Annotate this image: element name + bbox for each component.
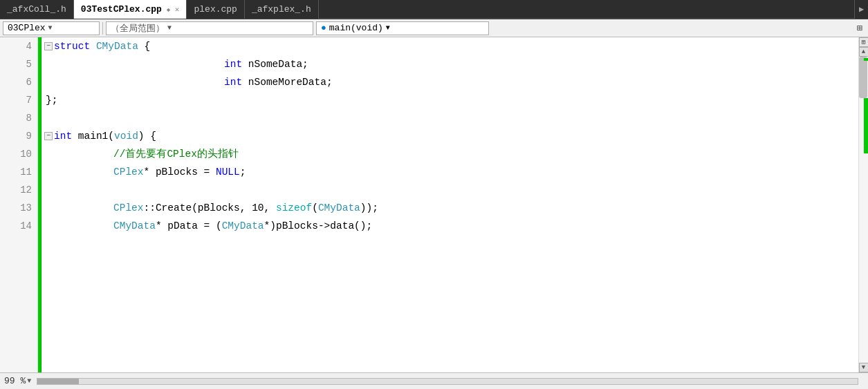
close-icon[interactable]: ✕: [175, 5, 180, 14]
line-num-7: 7: [0, 91, 37, 109]
code-line-5: int nSomeData;: [44, 55, 858, 73]
line-numbers: 4 5 6 7 8 9 10 11 12 13 14: [0, 37, 38, 372]
line-num-9: 9: [0, 127, 37, 145]
code-line-14: CMyData* pData = (CMyData*)pBlocks->data…: [44, 217, 858, 235]
type-cmydata-14: CMyData: [113, 217, 156, 235]
kw-int-9: int: [54, 127, 72, 145]
fold-9[interactable]: −: [44, 132, 53, 140]
line-num-10: 10: [0, 145, 37, 163]
scroll-up-button[interactable]: ▲: [859, 47, 869, 57]
code-line-10: //首先要有CPlex的头指针: [44, 145, 858, 163]
tab-testcplex[interactable]: 03TestCPlex.cpp ⬥ ✕: [74, 0, 187, 19]
comment-10: //首先要有CPlex的头指针: [113, 145, 239, 163]
type-void: void: [114, 127, 138, 145]
toolbar-separator-1: [102, 22, 103, 35]
function-dropdown[interactable]: ● main(void) ▼: [316, 21, 489, 35]
function-icon: ●: [321, 23, 326, 33]
class-dropdown[interactable]: 03CPlex ▼: [3, 21, 100, 35]
line-num-12: 12: [0, 181, 37, 199]
tab-plex[interactable]: plex.cpp: [187, 0, 244, 19]
code-line-12: [44, 181, 858, 199]
tab-scroll-arrow[interactable]: ▶: [854, 0, 868, 19]
zoom-control[interactable]: 99 % ▼: [4, 376, 31, 386]
kw-sizeof: sizeof: [276, 199, 312, 217]
scroll-marker-1: [864, 58, 868, 61]
scrollbar-thumb[interactable]: [859, 57, 867, 98]
kw-struct: struct: [54, 37, 90, 55]
split-view-icon[interactable]: ⊞: [859, 37, 869, 47]
brace-close-7: };: [46, 91, 57, 109]
type-cplex-13: CPlex: [113, 199, 144, 217]
toolbar: 03CPlex ▼ （全局范围） ▼ ● main(void) ▼ ⊞: [0, 19, 868, 37]
code-line-9: −int main1(void) {: [44, 127, 858, 145]
horizontal-scrollbar-thumb[interactable]: [37, 379, 79, 384]
tab-modified-icon: ⬥: [166, 6, 171, 14]
code-line-13: CPlex::Create(pBlocks, 10, sizeof(CMyDat…: [44, 199, 858, 217]
tab-empty-area: [319, 0, 854, 19]
scrollbar-track[interactable]: [859, 57, 868, 363]
scroll-marker-2: [864, 98, 868, 153]
horizontal-scrollbar[interactable]: [37, 378, 858, 385]
code-line-6: int nSomeMoreData;: [44, 73, 858, 91]
line-num-6: 6: [0, 73, 37, 91]
line-num-13: 13: [0, 199, 37, 217]
tab-bar: _afxColl_.h 03TestCPlex.cpp ⬥ ✕ plex.cpp…: [0, 0, 868, 19]
scope-dropdown-label: （全局范围）: [111, 22, 165, 35]
type-cmydata-cast: CMyData: [222, 217, 264, 235]
line-num-5: 5: [0, 55, 37, 73]
line-num-11: 11: [0, 163, 37, 181]
scope-dropdown-arrow: ▼: [167, 24, 172, 32]
tab-afxplex[interactable]: _afxplex_.h: [245, 0, 319, 19]
tab-afxcoll[interactable]: _afxColl_.h: [0, 0, 74, 19]
code-area: 4 5 6 7 8 9 10 11 12 13 14 −struct CMyDa…: [0, 37, 868, 372]
class-dropdown-arrow: ▼: [48, 24, 53, 32]
code-line-7: };: [44, 91, 858, 109]
type-cmydata: CMyData: [96, 37, 138, 55]
code-content[interactable]: −struct CMyData { int nSomeData; int nSo…: [41, 37, 858, 372]
type-cmydata-13: CMyData: [318, 199, 360, 217]
toolbar-right: ⊞: [857, 22, 865, 34]
code-line-4: −struct CMyData {: [44, 37, 858, 55]
scroll-down-button[interactable]: ▼: [859, 363, 869, 372]
tab-label: _afxplex_.h: [252, 4, 311, 15]
kw-null: NULL: [216, 163, 240, 181]
kw-int-5: int: [224, 55, 242, 73]
kw-int-6: int: [224, 73, 242, 91]
function-dropdown-arrow: ▼: [386, 24, 390, 32]
line-num-8: 8: [0, 109, 37, 127]
line-num-4: 4: [0, 37, 37, 55]
code-line-8: [44, 109, 858, 127]
pin-icon[interactable]: ⊞: [857, 22, 862, 34]
code-line-11: CPlex* pBlocks = NULL;: [44, 163, 858, 181]
type-cplex-11: CPlex: [113, 163, 144, 181]
tab-label: _afxColl_.h: [7, 4, 66, 15]
zoom-value: 99 %: [4, 376, 26, 386]
tab-label: 03TestCPlex.cpp: [81, 4, 162, 15]
editor-container: 4 5 6 7 8 9 10 11 12 13 14 −struct CMyDa…: [0, 37, 868, 372]
fold-4[interactable]: −: [44, 42, 53, 50]
line-num-14: 14: [0, 217, 37, 235]
scope-dropdown[interactable]: （全局范围） ▼: [106, 21, 313, 35]
right-scrollbar[interactable]: ⊞ ▲ ▼: [858, 37, 868, 372]
zoom-arrow[interactable]: ▼: [27, 377, 31, 385]
function-dropdown-label: main(void): [329, 23, 383, 33]
status-bar: 99 % ▼: [0, 372, 868, 389]
class-dropdown-label: 03CPlex: [8, 23, 46, 33]
tab-label: plex.cpp: [194, 4, 237, 15]
